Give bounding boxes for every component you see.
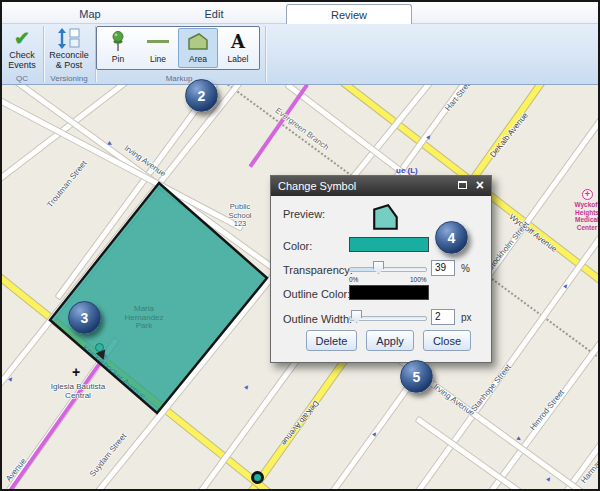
transparency-min-tick: 0% bbox=[349, 276, 358, 283]
color-label: Color: bbox=[283, 240, 312, 252]
maximize-icon[interactable] bbox=[458, 181, 467, 189]
transparency-label: Transparency: bbox=[283, 264, 353, 276]
symbol-preview-shape bbox=[371, 202, 401, 232]
label-tool-button[interactable]: A Label bbox=[218, 28, 258, 68]
delete-button[interactable]: Delete bbox=[306, 330, 358, 351]
check-icon: ✔ bbox=[2, 26, 42, 50]
outline-width-value-input[interactable]: 2 bbox=[431, 309, 455, 325]
pin-tool-button[interactable]: Pin bbox=[98, 28, 138, 68]
outline-width-slider-thumb[interactable] bbox=[351, 310, 362, 323]
poi-label-maria-hernandez-park: MariaHernandezPark bbox=[124, 305, 163, 331]
area-icon bbox=[179, 29, 217, 54]
apply-button[interactable]: Apply bbox=[366, 330, 414, 351]
tab-edit[interactable]: Edit bbox=[153, 4, 275, 24]
markup-tool-panel: Pin Line Area A Label bbox=[96, 26, 260, 70]
group-separator bbox=[265, 26, 266, 82]
group-label-markup: Markup bbox=[96, 74, 262, 83]
preview-label: Preview: bbox=[283, 208, 325, 220]
transparency-unit: % bbox=[461, 263, 470, 274]
outline-width-unit: px bbox=[461, 312, 472, 323]
line-tool-button[interactable]: Line bbox=[138, 28, 178, 68]
close-button[interactable]: Close bbox=[423, 330, 471, 351]
outline-color-swatch[interactable] bbox=[349, 285, 429, 300]
transparency-max-tick: 100% bbox=[410, 276, 427, 283]
reconcile-post-button[interactable]: Reconcile & Post bbox=[44, 26, 94, 70]
pushpin-icon bbox=[99, 29, 137, 54]
check-events-button[interactable]: ✔ Check Events bbox=[2, 26, 42, 70]
close-icon[interactable]: × bbox=[476, 177, 484, 193]
dialog-button-row: Delete Apply Close bbox=[306, 330, 471, 351]
app-window: Map Edit Review ✔ Check Events QC bbox=[0, 0, 600, 491]
ribbon-group-qc: ✔ Check Events QC bbox=[2, 24, 42, 85]
label-icon: A bbox=[219, 29, 257, 54]
group-label-versioning: Versioning bbox=[44, 74, 94, 83]
station-dot-icon bbox=[251, 471, 264, 484]
ribbon-tab-strip: Map Edit Review bbox=[2, 2, 598, 24]
transparency-slider-track[interactable] bbox=[349, 267, 427, 272]
callout-badge-3: 3 bbox=[68, 301, 101, 334]
ribbon-group-versioning: Reconcile & Post Versioning bbox=[44, 24, 94, 85]
outline-width-label: Outline Width: bbox=[283, 313, 352, 325]
transparency-value-input[interactable]: 39 bbox=[431, 260, 455, 276]
change-symbol-dialog: Change Symbol × Preview: Color: Transpar… bbox=[270, 175, 492, 363]
callout-badge-4: 4 bbox=[435, 221, 468, 254]
callout-badge-5: 5 bbox=[400, 360, 433, 393]
area-tool-button[interactable]: Area bbox=[178, 28, 218, 68]
line-icon bbox=[139, 29, 177, 54]
group-label-qc: QC bbox=[2, 74, 42, 83]
ribbon: Map Edit Review ✔ Check Events QC bbox=[2, 2, 598, 85]
outline-color-label: Outline Color: bbox=[283, 288, 350, 300]
tab-review[interactable]: Review bbox=[286, 4, 412, 24]
callout-badge-2: 2 bbox=[185, 79, 218, 112]
transparency-slider-thumb[interactable] bbox=[373, 261, 384, 274]
color-swatch[interactable] bbox=[349, 237, 429, 252]
tab-map[interactable]: Map bbox=[27, 4, 153, 24]
reconcile-icon bbox=[44, 26, 94, 50]
